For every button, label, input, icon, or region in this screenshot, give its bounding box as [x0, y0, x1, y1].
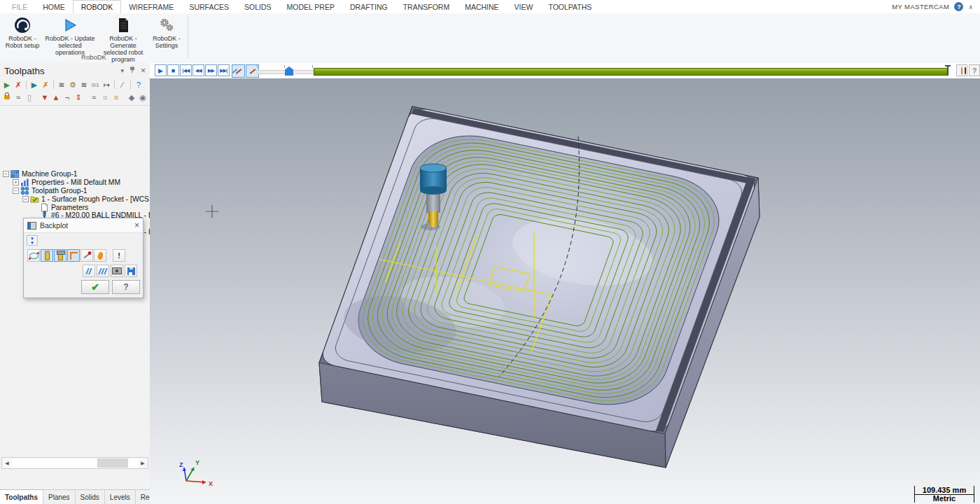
deselect-dirty-operations-icon[interactable]: ✗ — [41, 80, 50, 90]
stop-button[interactable]: ■ — [167, 64, 179, 76]
shaded-tool-button[interactable] — [94, 249, 106, 262]
playbar-help-button[interactable]: ? — [969, 64, 980, 76]
group-separator — [188, 16, 188, 58]
trace-toggles — [232, 64, 259, 78]
quick-verify-button[interactable] — [83, 265, 95, 277]
tab-model-prep[interactable]: MODEL PREP — [279, 0, 342, 13]
speed-slider[interactable] — [257, 63, 313, 78]
ok-button[interactable]: ✔ — [81, 280, 109, 294]
toolpath-tree: −Machine Group-1+Properties - Mill Defau… — [0, 170, 150, 456]
ghost-toolpath-icon[interactable]: ▯ — [24, 92, 34, 103]
tab-drafting[interactable]: DRAFTING — [342, 0, 396, 13]
tab-transform[interactable]: TRANSFORM — [396, 0, 458, 13]
step-back-button[interactable]: ◀◀ — [192, 64, 204, 76]
select-all-operations-icon[interactable]: ▶ — [2, 80, 12, 90]
lock-icon[interactable] — [2, 92, 12, 103]
step-forward-button[interactable]: ▶▶ — [205, 64, 217, 76]
display-holder-button[interactable] — [54, 249, 66, 262]
settings-gears-button[interactable]: RoboDK - Settings — [150, 15, 183, 50]
backplot-titlebar[interactable]: Backplot × — [24, 218, 143, 233]
tree-item-toolpath-group-1[interactable]: −Toolpath Group-1 — [0, 187, 150, 195]
insert-arrow-up-icon[interactable]: ▲ — [51, 92, 61, 103]
model-canvas[interactable]: Z Y X — [150, 78, 980, 504]
tab-robodk[interactable]: ROBODK — [73, 0, 122, 13]
tab-view[interactable]: VIEW — [507, 0, 541, 13]
stop-conditions-button[interactable] — [956, 64, 967, 76]
close-icon[interactable]: × — [141, 66, 146, 76]
collapse-icon[interactable]: − — [3, 171, 9, 177]
slider-tick — [257, 65, 258, 68]
tree-item-parameters[interactable]: Parameters — [0, 203, 150, 211]
update-play-button[interactable]: RoboDK - Update selected operations — [43, 15, 97, 57]
toolpath-display-icon[interactable]: ≈ — [13, 92, 23, 103]
graphics-area[interactable]: Z Y X — [150, 78, 980, 504]
insert-arrow-track-icon[interactable]: ⇕ — [74, 92, 83, 103]
viewport[interactable]: ▶■|◀◀◀◀▶▶▶▶| ? — [150, 63, 980, 504]
trace-toolpath-toggle[interactable] — [232, 64, 245, 78]
g1-filter-icon[interactable]: G1 — [90, 80, 100, 90]
collapse-ribbon-icon[interactable]: ∧ — [968, 4, 973, 10]
display-endpoints-button[interactable] — [80, 249, 93, 262]
display-options-icon[interactable]: ○ — [100, 92, 110, 103]
dialog-help-button[interactable]: ? — [112, 280, 140, 294]
robodk-logo-button[interactable]: RoboDK - Robot setup — [1, 15, 43, 50]
play-button[interactable]: ▶ — [155, 64, 167, 76]
slider-thumb[interactable] — [285, 66, 293, 76]
bottom-tab-solids[interactable]: Solids — [76, 490, 105, 504]
tab-solids[interactable]: SOLIDS — [237, 0, 279, 13]
display-rapid-moves-button[interactable] — [67, 249, 80, 262]
insert-arrow-tail-icon[interactable]: ¬ — [62, 92, 72, 103]
snapshot-button[interactable] — [111, 265, 123, 277]
scroll-track[interactable] — [12, 458, 138, 468]
list-view-icon[interactable]: ≡ — [111, 92, 121, 103]
regen-selected-icon[interactable]: ≋ — [57, 80, 66, 90]
update-play-icon — [61, 16, 79, 34]
quick-verify-all-button[interactable] — [97, 265, 109, 277]
ellipse-display-button[interactable] — [27, 249, 40, 262]
help-icon[interactable]: ? — [954, 2, 963, 11]
my-mastercam-label[interactable]: MY MASTERCAM — [892, 3, 949, 10]
collapse-icon[interactable]: − — [13, 188, 19, 194]
panel-help-icon[interactable]: ? — [134, 80, 144, 90]
web-icon[interactable]: ◉ — [138, 92, 148, 103]
tab-file[interactable]: FILE — [4, 0, 35, 13]
tab-home[interactable]: HOME — [35, 0, 73, 13]
bottom-tab-planes[interactable]: Planes — [43, 490, 76, 504]
verify-icon[interactable]: ∕ — [118, 80, 127, 90]
tree-item-1-surface-roug[interactable]: −1 - Surface Rough Pocket - [WCS: Top] -… — [0, 195, 150, 203]
simulator-icon[interactable]: ◆ — [127, 92, 136, 103]
backplot-dialog: Backplot × ▼▼ ! ✔ ? — [23, 218, 144, 298]
go-to-start-button[interactable]: |◀◀ — [180, 64, 192, 76]
pin-icon[interactable] — [130, 66, 135, 75]
unselect-all-operations-icon[interactable]: ✗ — [13, 80, 23, 90]
options-button[interactable]: ! — [113, 249, 125, 262]
select-dirty-operations-icon[interactable]: ▶ — [29, 80, 39, 90]
go-to-end-button[interactable]: ▶▶| — [218, 64, 230, 76]
save-toolpath-button[interactable] — [125, 265, 137, 277]
backplot-jump-icon[interactable]: ↦ — [102, 80, 111, 90]
display-selected-icon[interactable]: ≈ — [89, 92, 99, 103]
tab-surfaces[interactable]: SURFACES — [181, 0, 237, 13]
collapse-icon[interactable]: − — [22, 196, 29, 202]
display-tool-button[interactable] — [41, 249, 53, 262]
close-icon[interactable]: × — [134, 222, 139, 229]
tab-machine[interactable]: MACHINE — [457, 0, 506, 13]
bottom-tab-levels[interactable]: Levels — [105, 490, 136, 504]
scroll-thumb[interactable] — [97, 458, 127, 468]
collapse-dialog-button[interactable]: ▼▼ — [27, 235, 38, 246]
tab-wireframe[interactable]: WIREFRAME — [121, 0, 181, 13]
backplot-utility-row — [83, 265, 137, 277]
panel-menu-icon[interactable]: ▾ — [120, 67, 124, 74]
tree-item-properties-mil[interactable]: +Properties - Mill Default MM — [0, 178, 150, 187]
regen-options-icon[interactable]: ⚙ — [68, 80, 78, 90]
scroll-right-icon[interactable]: ▶ — [138, 458, 148, 468]
regen-all-icon[interactable]: ≋ — [79, 80, 89, 90]
tree-item-machine-group-1[interactable]: −Machine Group-1 — [0, 170, 150, 178]
tree-horizontal-scrollbar[interactable]: ◀ ▶ — [1, 457, 148, 469]
backplot-progress-bar[interactable] — [314, 68, 948, 76]
scroll-left-icon[interactable]: ◀ — [2, 458, 12, 468]
insert-arrow-down-icon[interactable]: ▼ — [40, 92, 50, 103]
expand-icon[interactable]: + — [13, 179, 19, 186]
bottom-tab-toolpaths[interactable]: Toolpaths — [0, 489, 43, 504]
tab-toolpaths[interactable]: TOOLPATHS — [540, 0, 599, 13]
